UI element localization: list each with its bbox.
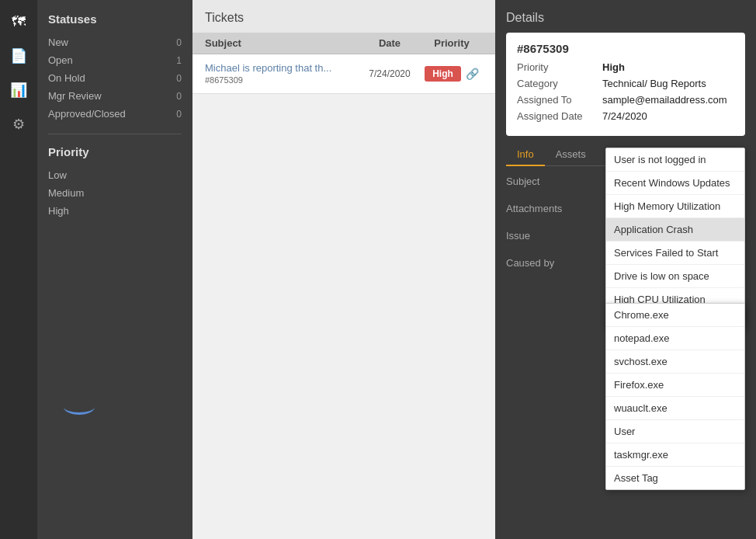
status-count-approvedclosed: 0 <box>176 109 182 120</box>
detail-label-assigned-date: Assigned Date <box>517 110 602 122</box>
dropdown-item-services-failed[interactable]: Services Failed to Start <box>606 242 744 265</box>
status-item-onhold[interactable]: On Hold 0 <box>48 69 182 87</box>
detail-row-category: Category Technical/ Bug Reports <box>517 78 734 89</box>
status-label-open: Open <box>48 54 73 66</box>
ticket-link[interactable]: Michael is reporting that th... <box>205 62 359 74</box>
dropdown-item-wuauclt[interactable]: wuauclt.exe <box>606 397 744 420</box>
status-label-new: New <box>48 37 68 48</box>
dropdown-item-not-logged-in[interactable]: User is not logged in <box>606 148 744 172</box>
field-label-attachments: Attachments <box>506 201 576 214</box>
tab-info[interactable]: Info <box>506 144 545 166</box>
dropdown-item-chrome[interactable]: Chrome.exe <box>606 304 744 327</box>
priority-medium[interactable]: Medium <box>48 184 182 202</box>
dropdown-item-asset-tag[interactable]: Asset Tag <box>606 467 744 489</box>
dropdown-item-taskmgr[interactable]: taskmgr.exe <box>606 443 744 467</box>
detail-value-category: Technical/ Bug Reports <box>602 78 706 89</box>
tickets-header: Tickets <box>192 0 495 33</box>
detail-label-priority: Priority <box>517 61 602 73</box>
statuses-title: Statuses <box>48 12 182 26</box>
status-item-approvedclosed[interactable]: Approved/Closed 0 <box>48 105 182 123</box>
file-icon[interactable]: 📄 <box>5 42 33 70</box>
ticket-subject: Michael is reporting that th... #8675309 <box>205 62 359 85</box>
status-count-onhold: 0 <box>176 73 182 84</box>
divider <box>48 134 182 134</box>
dropdown-item-app-crash[interactable]: Application Crash <box>606 218 744 242</box>
detail-row-priority: Priority High <box>517 61 734 73</box>
chart-icon[interactable]: 📊 <box>5 76 33 104</box>
dropdown-item-notepad[interactable]: notepad.exe <box>606 327 744 350</box>
field-label-caused-by: Caused by <box>506 256 576 269</box>
issue-dropdown[interactable]: User is not logged in Recent Windows Upd… <box>605 148 745 328</box>
dropdown-item-svchost[interactable]: svchost.exe <box>606 350 744 374</box>
ticket-priority-col: High 🔗 <box>421 66 483 82</box>
detail-value-assigned-to: sample@emailaddress.com <box>602 94 727 106</box>
details-info: #8675309 Priority High Category Technica… <box>506 33 745 136</box>
col-priority-header: Priority <box>421 37 483 49</box>
details-panel: Details #8675309 Priority High Category … <box>495 0 756 539</box>
detail-row-assigned-to: Assigned To sample@emailaddress.com <box>517 94 734 106</box>
status-item-mgrreview[interactable]: Mgr Review 0 <box>48 87 182 105</box>
priority-badge: High <box>425 66 461 82</box>
left-panel: Statuses New 0 Open 1 On Hold 0 Mgr Revi… <box>37 0 192 539</box>
status-count-new: 0 <box>176 37 182 48</box>
tickets-panel: Tickets Subject Date Priority Michael is… <box>192 0 495 539</box>
tab-assets[interactable]: Assets <box>545 144 597 166</box>
bottom-arc <box>64 399 95 415</box>
priority-high[interactable]: High <box>48 202 182 220</box>
priority-title: Priority <box>48 145 182 158</box>
detail-row-assigned-date: Assigned Date 7/24/2020 <box>517 110 734 122</box>
col-date-header: Date <box>359 37 421 49</box>
status-count-mgrreview: 0 <box>176 91 182 102</box>
caused-by-dropdown[interactable]: Chrome.exe notepad.exe svchost.exe Firef… <box>605 303 745 490</box>
detail-value-assigned-date: 7/24/2020 <box>602 110 647 122</box>
dropdown-item-high-memory[interactable]: High Memory Utilization <box>606 195 744 218</box>
status-label-approvedclosed: Approved/Closed <box>48 108 126 120</box>
detail-label-category: Category <box>517 78 602 89</box>
status-label-mgrreview: Mgr Review <box>48 90 102 102</box>
field-label-subject: Subject <box>506 174 576 187</box>
link-icon[interactable]: 🔗 <box>466 68 479 80</box>
inbox-icon[interactable]: 🗺 <box>5 8 33 36</box>
col-subject-header: Subject <box>205 37 359 49</box>
settings-icon[interactable]: ⚙ <box>5 110 33 138</box>
ticket-id: #8675309 <box>205 75 243 85</box>
dropdown-item-drive-low[interactable]: Drive is low on space <box>606 265 744 288</box>
details-header: Details <box>506 0 745 33</box>
status-item-open[interactable]: Open 1 <box>48 51 182 69</box>
sidebar: 🗺 📄 📊 ⚙ <box>0 0 37 539</box>
detail-label-assigned-to: Assigned To <box>517 94 602 106</box>
priority-low[interactable]: Low <box>48 166 182 184</box>
status-label-onhold: On Hold <box>48 72 85 84</box>
status-item-new[interactable]: New 0 <box>48 33 182 51</box>
tickets-empty-area <box>192 94 495 539</box>
dropdown-item-user[interactable]: User <box>606 420 744 443</box>
dropdown-item-firefox[interactable]: Firefox.exe <box>606 374 744 397</box>
ticket-number: #8675309 <box>517 42 734 55</box>
dropdown-item-recent-windows[interactable]: Recent Windows Updates <box>606 172 744 195</box>
table-row[interactable]: Michael is reporting that th... #8675309… <box>192 54 495 94</box>
tickets-table-header: Subject Date Priority <box>192 33 495 54</box>
ticket-date: 7/24/2020 <box>359 68 421 79</box>
status-count-open: 1 <box>176 55 182 66</box>
detail-value-priority: High <box>602 61 625 73</box>
field-label-issue: Issue <box>506 228 576 242</box>
